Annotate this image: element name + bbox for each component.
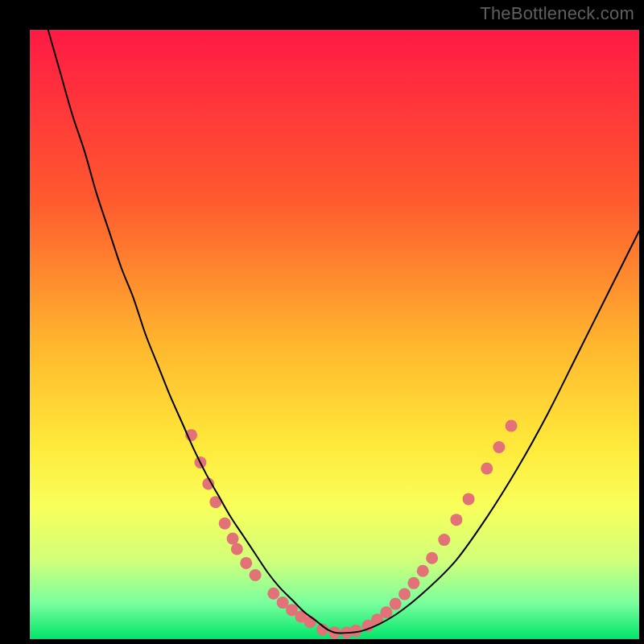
marker-point — [231, 543, 243, 555]
marker-point — [227, 533, 239, 545]
marker-point — [426, 552, 438, 564]
watermark-text: TheBottleneck.com — [480, 3, 634, 24]
chart-frame: TheBottleneck.com — [0, 0, 644, 644]
marker-point — [267, 588, 279, 600]
marker-point — [438, 534, 450, 546]
marker-point — [380, 606, 392, 618]
marker-point — [219, 518, 231, 530]
marker-point — [506, 420, 518, 432]
marker-point — [398, 588, 411, 600]
marker-point — [240, 557, 252, 569]
plot-area — [30, 30, 639, 639]
chart-svg — [30, 30, 639, 639]
marker-point — [481, 463, 493, 475]
marker-point — [407, 577, 419, 589]
marker-point — [390, 598, 402, 610]
marker-point — [304, 616, 316, 628]
marker-point — [250, 569, 262, 581]
marker-point — [463, 493, 475, 505]
marker-point — [450, 514, 462, 526]
marker-point — [417, 565, 429, 577]
marker-point — [493, 441, 505, 453]
gradient-background — [30, 30, 639, 639]
